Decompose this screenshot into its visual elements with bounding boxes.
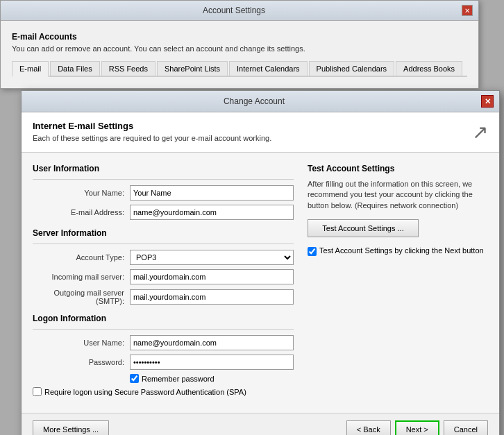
email-address-row: E-mail Address: [33, 205, 294, 220]
tab-email[interactable]: E-mail [12, 61, 49, 77]
tab-data-files[interactable]: Data Files [50, 61, 100, 76]
password-input[interactable] [130, 355, 294, 370]
tab-sharepoint[interactable]: SharePoint Lists [157, 61, 228, 76]
fg-header-text: Internet E-mail Settings Each of these s… [33, 121, 271, 142]
test-settings-title: Test Account Settings [308, 164, 488, 173]
cursor-icon: ↗ [472, 121, 488, 144]
divider3 [33, 329, 294, 330]
next-button[interactable]: Next > [395, 420, 439, 435]
require-spa-checkbox[interactable] [33, 387, 42, 396]
fg-titlebar: Change Account ✕ [22, 91, 499, 112]
email-address-input[interactable] [130, 205, 294, 220]
fg-header: Internet E-mail Settings Each of these s… [22, 112, 499, 153]
divider2 [33, 244, 294, 244]
footer-right: < Back Next > Cancel [346, 420, 488, 435]
email-address-label: E-mail Address: [33, 208, 130, 216]
remember-password-label: Remember password [142, 375, 215, 383]
right-panel: Test Account Settings After filling out … [308, 164, 488, 402]
password-label: Password: [33, 358, 130, 366]
left-panel: User Information Your Name: E-mail Addre… [33, 164, 294, 402]
require-spa-label: Require logon using Secure Password Auth… [44, 388, 246, 396]
fg-dialog-title: Change Account [27, 96, 481, 106]
your-name-label: Your Name: [33, 189, 130, 197]
bg-titlebar: Account Settings ✕ [1, 1, 478, 21]
test-on-next-label: Test Account Settings by clicking the Ne… [319, 246, 484, 256]
remember-password-row: Remember password [130, 374, 294, 383]
tabs-bar: E-mail Data Files RSS Feeds SharePoint L… [12, 61, 467, 77]
username-input[interactable] [130, 335, 294, 350]
back-button[interactable]: < Back [346, 420, 391, 435]
test-on-next-checkbox[interactable] [308, 247, 317, 256]
fg-header-title: Internet E-mail Settings [33, 121, 271, 131]
divider1 [33, 179, 294, 180]
account-settings-window: Account Settings ✕ E-mail Accounts You c… [0, 0, 479, 89]
your-name-row: Your Name: [33, 185, 294, 201]
account-type-row: Account Type: POP3 IMAP [33, 250, 294, 265]
logon-info-label: Logon Information [33, 314, 294, 323]
incoming-mail-label: Incoming mail server: [33, 273, 130, 281]
require-spa-row: Require logon using Secure Password Auth… [33, 387, 294, 396]
fg-body: User Information Your Name: E-mail Addre… [22, 153, 499, 413]
fg-close-button[interactable]: ✕ [481, 95, 494, 108]
fg-footer: More Settings ... < Back Next > Cancel [22, 413, 499, 435]
account-type-label: Account Type: [33, 253, 130, 262]
outgoing-mail-input[interactable] [130, 289, 294, 305]
remember-password-checkbox[interactable] [130, 374, 139, 383]
incoming-mail-input[interactable] [130, 269, 294, 284]
incoming-mail-row: Incoming mail server: [33, 269, 294, 284]
user-info-label: User Information [33, 164, 294, 173]
change-account-dialog: Change Account ✕ Internet E-mail Setting… [21, 90, 500, 435]
tab-rss-feeds[interactable]: RSS Feeds [101, 61, 156, 76]
outgoing-mail-label: Outgoing mail server (SMTP): [33, 289, 130, 305]
bg-window-title: Account Settings [6, 6, 462, 15]
outgoing-mail-row: Outgoing mail server (SMTP): [33, 289, 294, 305]
test-account-settings-button[interactable]: Test Account Settings ... [308, 219, 419, 237]
bg-close-button[interactable]: ✕ [462, 5, 473, 16]
server-info-label: Server Information [33, 228, 294, 238]
tab-published-calendars[interactable]: Published Calendars [309, 61, 395, 76]
more-settings-button[interactable]: More Settings ... [33, 420, 109, 435]
test-settings-desc: After filling out the information on thi… [308, 179, 488, 211]
fg-header-desc: Each of these settings are required to g… [33, 134, 271, 142]
your-name-input[interactable] [130, 185, 294, 201]
bg-section-desc: You can add or remove an account. You ca… [12, 44, 467, 53]
test-on-next-row: Test Account Settings by clicking the Ne… [308, 246, 488, 256]
tab-address-books[interactable]: Address Books [396, 61, 462, 76]
cancel-button[interactable]: Cancel [444, 420, 488, 435]
password-row: Password: [33, 355, 294, 370]
account-type-select[interactable]: POP3 IMAP [130, 250, 294, 265]
username-row: User Name: [33, 335, 294, 350]
bg-content: E-mail Accounts You can add or remove an… [1, 21, 478, 88]
username-label: User Name: [33, 339, 130, 347]
bg-section-title: E-mail Accounts [12, 32, 467, 42]
tab-internet-calendars[interactable]: Internet Calendars [229, 61, 308, 76]
